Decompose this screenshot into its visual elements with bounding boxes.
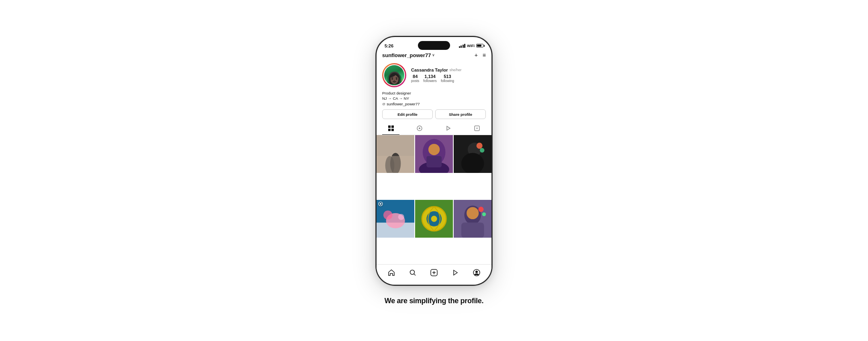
svg-point-23 [380,203,381,205]
tab-reels[interactable] [405,122,434,135]
ig-header: sunflower_power77 ∨ + ≡ [377,51,491,61]
username-chevron: ∨ [432,53,435,57]
svg-rect-36 [461,223,484,238]
avatar-wrap [382,63,406,87]
status-indicators: WiFi [459,44,483,48]
signal-icon [459,44,466,48]
grid-cell-5[interactable] [415,200,453,238]
header-icons: + ≡ [475,52,486,58]
svg-point-20 [476,143,482,149]
svg-marker-6 [447,126,450,130]
phone-notch [418,41,450,50]
followers-label: followers [423,79,437,83]
svg-point-37 [478,207,483,212]
posts-label: posts [411,79,419,83]
profile-section: Cassandra Taylor she/her 84 posts 1,134 … [377,61,491,123]
following-count: 513 [444,74,451,79]
scene: 5:26 WiFi sunflower_power77 [376,36,492,305]
stat-followers[interactable]: 1,134 followers [423,74,437,83]
svg-line-40 [414,274,416,275]
reel-icon [378,201,383,207]
profile-nav-icon [473,269,480,278]
svg-point-32 [431,216,437,222]
profile-buttons: Edit profile Share profile [382,109,486,119]
grid-cell-4[interactable] [377,200,414,238]
stat-following[interactable]: 513 following [441,74,454,83]
page-caption: We are simplifying the profile. [385,297,483,305]
phone-mockup: 5:26 WiFi sunflower_power77 [376,36,492,286]
nav-reels[interactable] [449,268,462,279]
bio-line-2: NJ → CA → NY [382,96,486,101]
profile-name: Cassandra Taylor [411,68,448,72]
bottom-nav [377,264,491,285]
home-icon [388,269,395,278]
svg-rect-11 [377,156,414,173]
username-text: sunflower_power77 [382,52,431,58]
profile-name-row: Cassandra Taylor she/her [411,68,486,72]
wifi-icon: WiFi [467,44,475,48]
tab-grid[interactable] [377,122,405,135]
link-text: sunflower_power77 [387,102,420,106]
nav-search[interactable] [406,268,419,279]
grid-cell-3[interactable] [454,135,491,173]
tab-bar [377,122,491,135]
svg-point-35 [467,207,479,219]
edit-profile-button[interactable]: Edit profile [382,109,433,119]
add-icon [430,269,438,278]
svg-rect-16 [426,156,442,167]
svg-rect-1 [391,125,394,128]
photo-grid [377,135,491,264]
profile-stats: Cassandra Taylor she/her 84 posts 1,134 … [411,68,486,83]
svg-point-27 [383,210,393,220]
threads-icon: @ [382,102,385,106]
profile-bio: Product designer NJ → CA → NY [382,90,486,101]
avatar [384,65,404,85]
svg-point-5 [419,127,420,129]
nav-home[interactable] [385,268,398,279]
svg-point-38 [482,212,485,216]
share-profile-button[interactable]: Share profile [435,109,486,119]
stat-posts[interactable]: 84 posts [411,74,419,83]
reels-nav-icon [452,269,459,278]
avatar-inner [383,64,405,86]
nav-add[interactable] [428,268,440,279]
grid-cell-1[interactable] [377,135,414,173]
bio-line-1: Product designer [382,90,486,96]
reels-circle-icon [417,125,422,132]
tab-tagged[interactable] [463,122,492,135]
posts-count: 84 [413,74,418,79]
svg-rect-3 [391,129,394,131]
svg-point-39 [410,270,414,274]
followers-count: 1,134 [424,74,436,79]
svg-point-21 [480,148,484,152]
svg-rect-2 [388,129,391,131]
status-time: 5:26 [385,43,393,48]
add-button[interactable]: + [475,52,478,58]
search-icon [409,269,416,278]
svg-point-46 [475,271,478,273]
username-display[interactable]: sunflower_power77 ∨ [382,52,435,58]
battery-icon [476,44,483,47]
following-label: following [441,79,454,83]
profile-pronoun: she/her [450,68,462,72]
profile-top: Cassandra Taylor she/her 84 posts 1,134 … [382,63,486,87]
tab-video[interactable] [434,122,463,135]
stats-row: 84 posts 1,134 followers 513 following [411,74,486,83]
svg-marker-44 [454,270,457,275]
grid-cell-6[interactable] [454,200,491,238]
tag-icon [474,125,480,132]
svg-rect-0 [388,125,391,128]
svg-point-28 [398,214,404,220]
play-icon [446,125,451,132]
profile-link[interactable]: @ sunflower_power77 [382,102,486,106]
menu-button[interactable]: ≡ [483,52,486,58]
avatar-ring [382,63,406,87]
grid-cell-2[interactable] [415,135,453,173]
screen-content: sunflower_power77 ∨ + ≡ [377,51,491,285]
nav-profile[interactable] [470,268,483,279]
grid-icon [388,125,394,132]
svg-point-15 [428,144,440,155]
